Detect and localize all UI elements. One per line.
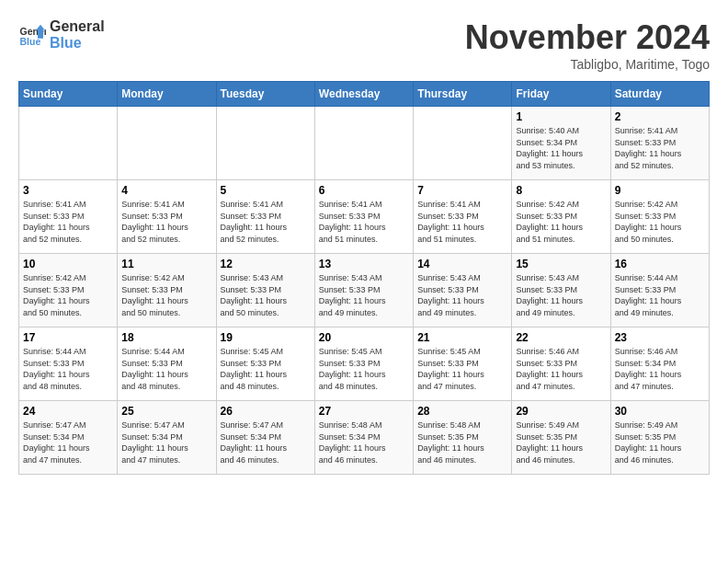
svg-text:Blue: Blue xyxy=(20,36,41,47)
day-number: 14 xyxy=(417,258,507,270)
title-area: November 2024 Tabligbo, Maritime, Togo xyxy=(465,18,710,72)
calendar-cell: 6Sunrise: 5:41 AMSunset: 5:33 PMDaylight… xyxy=(314,180,413,254)
day-info: Sunrise: 5:42 AMSunset: 5:33 PMDaylight:… xyxy=(121,272,211,318)
day-info: Sunrise: 5:45 AMSunset: 5:33 PMDaylight:… xyxy=(319,346,409,392)
calendar-title: November 2024 xyxy=(465,18,710,57)
day-number: 18 xyxy=(121,331,211,344)
weekday-header-row: SundayMondayTuesdayWednesdayThursdayFrid… xyxy=(19,82,710,107)
day-number: 24 xyxy=(23,405,113,418)
calendar-cell: 8Sunrise: 5:42 AMSunset: 5:33 PMDaylight… xyxy=(512,180,610,254)
calendar-cell: 30Sunrise: 5:49 AMSunset: 5:35 PMDayligh… xyxy=(610,401,709,475)
calendar-cell: 27Sunrise: 5:48 AMSunset: 5:34 PMDayligh… xyxy=(314,401,413,475)
calendar-cell: 13Sunrise: 5:43 AMSunset: 5:33 PMDayligh… xyxy=(314,254,413,327)
calendar-cell: 7Sunrise: 5:41 AMSunset: 5:33 PMDaylight… xyxy=(414,180,512,254)
calendar-cell xyxy=(216,107,314,180)
day-info: Sunrise: 5:46 AMSunset: 5:33 PMDaylight:… xyxy=(516,346,606,392)
calendar-cell: 19Sunrise: 5:45 AMSunset: 5:33 PMDayligh… xyxy=(216,327,314,401)
calendar-cell: 2Sunrise: 5:41 AMSunset: 5:33 PMDaylight… xyxy=(610,107,709,180)
day-number: 28 xyxy=(417,405,507,418)
calendar-cell: 14Sunrise: 5:43 AMSunset: 5:33 PMDayligh… xyxy=(414,254,512,327)
day-info: Sunrise: 5:44 AMSunset: 5:33 PMDaylight:… xyxy=(121,346,211,392)
day-info: Sunrise: 5:43 AMSunset: 5:33 PMDaylight:… xyxy=(221,272,311,318)
calendar-cell: 4Sunrise: 5:41 AMSunset: 5:33 PMDaylight… xyxy=(118,180,216,254)
day-number: 25 xyxy=(121,405,211,418)
logo-icon: General Blue xyxy=(18,21,46,49)
day-info: Sunrise: 5:48 AMSunset: 5:34 PMDaylight:… xyxy=(319,419,409,465)
day-number: 7 xyxy=(417,184,507,197)
day-info: Sunrise: 5:45 AMSunset: 5:33 PMDaylight:… xyxy=(221,346,311,392)
day-number: 29 xyxy=(516,405,606,418)
calendar-week-5: 24Sunrise: 5:47 AMSunset: 5:34 PMDayligh… xyxy=(19,401,710,475)
day-number: 1 xyxy=(516,110,606,123)
weekday-header-sunday: Sunday xyxy=(19,82,118,107)
calendar-cell: 24Sunrise: 5:47 AMSunset: 5:34 PMDayligh… xyxy=(19,401,118,475)
calendar-body: 1Sunrise: 5:40 AMSunset: 5:34 PMDaylight… xyxy=(19,107,710,475)
calendar-week-2: 3Sunrise: 5:41 AMSunset: 5:33 PMDaylight… xyxy=(19,180,710,254)
calendar-cell: 11Sunrise: 5:42 AMSunset: 5:33 PMDayligh… xyxy=(118,254,216,327)
weekday-header-thursday: Thursday xyxy=(414,82,512,107)
day-info: Sunrise: 5:42 AMSunset: 5:33 PMDaylight:… xyxy=(23,272,113,318)
day-info: Sunrise: 5:41 AMSunset: 5:33 PMDaylight:… xyxy=(221,199,311,245)
day-info: Sunrise: 5:41 AMSunset: 5:33 PMDaylight:… xyxy=(615,125,705,171)
calendar-subtitle: Tabligbo, Maritime, Togo xyxy=(465,57,710,72)
calendar-cell: 3Sunrise: 5:41 AMSunset: 5:33 PMDaylight… xyxy=(19,180,118,254)
calendar-cell: 28Sunrise: 5:48 AMSunset: 5:35 PMDayligh… xyxy=(414,401,512,475)
day-number: 20 xyxy=(319,331,409,344)
weekday-header-tuesday: Tuesday xyxy=(216,82,314,107)
day-number: 27 xyxy=(319,405,409,418)
day-info: Sunrise: 5:43 AMSunset: 5:33 PMDaylight:… xyxy=(319,272,409,318)
day-number: 26 xyxy=(221,405,311,418)
calendar-table: SundayMondayTuesdayWednesdayThursdayFrid… xyxy=(18,81,710,475)
day-info: Sunrise: 5:49 AMSunset: 5:35 PMDaylight:… xyxy=(615,419,705,465)
day-info: Sunrise: 5:41 AMSunset: 5:33 PMDaylight:… xyxy=(319,199,409,245)
calendar-header: SundayMondayTuesdayWednesdayThursdayFrid… xyxy=(19,82,710,107)
calendar-cell: 26Sunrise: 5:47 AMSunset: 5:34 PMDayligh… xyxy=(216,401,314,475)
day-number: 21 xyxy=(417,331,507,344)
logo: General Blue General Blue xyxy=(18,18,105,52)
day-number: 12 xyxy=(221,258,311,270)
day-number: 10 xyxy=(23,258,113,270)
calendar-week-3: 10Sunrise: 5:42 AMSunset: 5:33 PMDayligh… xyxy=(19,254,710,327)
day-info: Sunrise: 5:42 AMSunset: 5:33 PMDaylight:… xyxy=(516,199,606,245)
day-number: 3 xyxy=(23,184,113,197)
calendar-cell: 12Sunrise: 5:43 AMSunset: 5:33 PMDayligh… xyxy=(216,254,314,327)
calendar-cell: 1Sunrise: 5:40 AMSunset: 5:34 PMDaylight… xyxy=(512,107,610,180)
calendar-cell: 18Sunrise: 5:44 AMSunset: 5:33 PMDayligh… xyxy=(118,327,216,401)
day-number: 30 xyxy=(615,405,705,418)
day-number: 17 xyxy=(23,331,113,344)
day-info: Sunrise: 5:47 AMSunset: 5:34 PMDaylight:… xyxy=(121,419,211,465)
day-info: Sunrise: 5:47 AMSunset: 5:34 PMDaylight:… xyxy=(23,419,113,465)
calendar-cell: 5Sunrise: 5:41 AMSunset: 5:33 PMDaylight… xyxy=(216,180,314,254)
day-info: Sunrise: 5:44 AMSunset: 5:33 PMDaylight:… xyxy=(615,272,705,318)
day-info: Sunrise: 5:41 AMSunset: 5:33 PMDaylight:… xyxy=(417,199,507,245)
day-info: Sunrise: 5:43 AMSunset: 5:33 PMDaylight:… xyxy=(417,272,507,318)
calendar-cell xyxy=(314,107,413,180)
day-info: Sunrise: 5:49 AMSunset: 5:35 PMDaylight:… xyxy=(516,419,606,465)
day-info: Sunrise: 5:41 AMSunset: 5:33 PMDaylight:… xyxy=(121,199,211,245)
header: General Blue General Blue November 2024 … xyxy=(18,18,710,72)
day-number: 23 xyxy=(615,331,705,344)
day-info: Sunrise: 5:43 AMSunset: 5:33 PMDaylight:… xyxy=(516,272,606,318)
weekday-header-monday: Monday xyxy=(118,82,216,107)
day-number: 6 xyxy=(319,184,409,197)
day-number: 8 xyxy=(516,184,606,197)
calendar-cell: 23Sunrise: 5:46 AMSunset: 5:34 PMDayligh… xyxy=(610,327,709,401)
weekday-header-wednesday: Wednesday xyxy=(314,82,413,107)
day-info: Sunrise: 5:46 AMSunset: 5:34 PMDaylight:… xyxy=(615,346,705,392)
day-number: 2 xyxy=(615,110,705,123)
calendar-cell: 16Sunrise: 5:44 AMSunset: 5:33 PMDayligh… xyxy=(610,254,709,327)
calendar-cell: 22Sunrise: 5:46 AMSunset: 5:33 PMDayligh… xyxy=(512,327,610,401)
day-info: Sunrise: 5:47 AMSunset: 5:34 PMDaylight:… xyxy=(221,419,311,465)
day-number: 4 xyxy=(121,184,211,197)
calendar-cell: 20Sunrise: 5:45 AMSunset: 5:33 PMDayligh… xyxy=(314,327,413,401)
day-info: Sunrise: 5:42 AMSunset: 5:33 PMDaylight:… xyxy=(615,199,705,245)
day-number: 5 xyxy=(221,184,311,197)
calendar-cell xyxy=(118,107,216,180)
day-number: 9 xyxy=(615,184,705,197)
calendar-cell: 29Sunrise: 5:49 AMSunset: 5:35 PMDayligh… xyxy=(512,401,610,475)
day-info: Sunrise: 5:41 AMSunset: 5:33 PMDaylight:… xyxy=(23,199,113,245)
calendar-week-4: 17Sunrise: 5:44 AMSunset: 5:33 PMDayligh… xyxy=(19,327,710,401)
day-number: 15 xyxy=(516,258,606,270)
calendar-cell: 15Sunrise: 5:43 AMSunset: 5:33 PMDayligh… xyxy=(512,254,610,327)
day-number: 13 xyxy=(319,258,409,270)
